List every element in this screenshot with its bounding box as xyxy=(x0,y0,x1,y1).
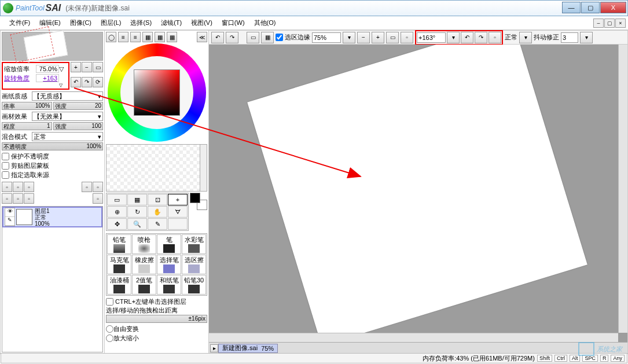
menu-view[interactable]: 视图(V) xyxy=(186,17,217,28)
menu-image[interactable]: 图像(C) xyxy=(65,17,96,28)
tool-zoom[interactable]: ⊕ xyxy=(107,206,127,218)
menu-other[interactable]: 其他(O) xyxy=(249,17,281,28)
opacity-slider[interactable]: 不透明度100% xyxy=(2,142,103,150)
color-sv-square[interactable] xyxy=(134,69,180,116)
material-effect-dropdown[interactable]: 【无效果】▾ xyxy=(32,112,103,121)
nav-rotate-cw-button[interactable]: ↷ xyxy=(82,77,92,87)
window-close-button[interactable]: X xyxy=(600,2,626,13)
tb-mode-dropdown[interactable]: ▾ xyxy=(519,32,532,43)
protect-opacity-check[interactable]: 保护不透明度 xyxy=(2,152,103,161)
paper-bai-slider[interactable]: 倍率100% xyxy=(2,102,52,110)
zoom-value[interactable]: 75.0% xyxy=(36,65,59,73)
new-layer-button[interactable]: ▫ xyxy=(2,182,12,192)
tool-cross[interactable]: ✥ xyxy=(107,218,127,230)
deselect-button[interactable]: ▭ xyxy=(247,32,259,43)
brush-pencil30[interactable]: 铅笔30 xyxy=(182,275,206,295)
brush-washi[interactable]: 和纸笔 xyxy=(157,275,181,295)
layer-thumbnail[interactable] xyxy=(16,209,32,225)
tool-bucket[interactable]: ✎ xyxy=(148,218,167,230)
brush-marker[interactable]: 马克笔 xyxy=(107,255,131,274)
material-qiang-slider[interactable]: 强度100 xyxy=(53,122,104,130)
navigator-thumbnail[interactable] xyxy=(2,32,103,61)
paper-texture-dropdown[interactable]: 【无质感】▾ xyxy=(32,91,103,101)
layer-list[interactable]: 👁✎ 图层1 正常 100% xyxy=(2,206,103,352)
color-rgb-mode-icon[interactable]: ≡ xyxy=(118,32,128,42)
brush-select-pen[interactable]: 选择笔 xyxy=(157,255,181,274)
new-folder-button[interactable]: ▫ xyxy=(24,182,34,192)
ctrl-click-check[interactable]: CTRL+左键单击选择图层 xyxy=(106,297,207,306)
tool-arrows[interactable]: 🔍 xyxy=(127,218,147,230)
paper-qiang-slider[interactable]: 强度20 xyxy=(53,102,104,110)
menu-layer[interactable]: 图层(L) xyxy=(96,17,126,28)
stabilizer-dropdown[interactable]: ▾ xyxy=(580,32,593,43)
merge-down-button[interactable]: ▫ xyxy=(2,193,12,204)
redo-button[interactable]: ↷ xyxy=(226,32,238,43)
menu-select[interactable]: 选择(S) xyxy=(126,17,156,28)
swatch-panel[interactable] xyxy=(106,144,207,192)
nav-fit-button[interactable]: ▭ xyxy=(93,62,103,72)
tool-move[interactable]: + xyxy=(168,194,188,205)
color-scratch-mode-icon[interactable]: ▦ xyxy=(167,32,177,42)
tool-hand[interactable]: ✋ xyxy=(148,206,167,218)
tool-magic-wand[interactable]: ⊡ xyxy=(148,194,167,205)
brush-pencil[interactable]: 铅笔 xyxy=(107,234,131,254)
document-tab[interactable]: 新建图像.sai 75% xyxy=(218,344,278,353)
material-cheng-slider[interactable]: 程度1 xyxy=(2,122,52,130)
brush-select-eraser[interactable]: 选区擦 xyxy=(182,255,206,274)
nav-zoom-out-button[interactable]: − xyxy=(82,62,92,72)
color-swatch-mode-icon[interactable]: ▦ xyxy=(155,32,165,42)
invert-sel-button[interactable]: ▦ xyxy=(261,32,274,43)
rotate-reset-button[interactable]: ▫ xyxy=(489,32,501,43)
nav-rotate-reset-button[interactable]: ⟳ xyxy=(93,77,103,87)
layer-mask-button[interactable]: ▫ xyxy=(82,182,92,192)
zoom-fit-button[interactable]: ▭ xyxy=(386,32,399,43)
brush-binary[interactable]: 2值笔 xyxy=(132,275,156,295)
menu-file[interactable]: 文件(F) xyxy=(5,17,35,28)
canvas-scrollbar-vertical[interactable] xyxy=(618,45,627,333)
clip-mask-check[interactable]: 剪贴图层蒙板 xyxy=(2,161,103,170)
radio-scale[interactable]: 放大缩小 xyxy=(106,333,207,343)
panel-min-icon[interactable]: ≪ xyxy=(197,32,207,42)
tool-rotate[interactable]: ↻ xyxy=(127,206,147,218)
rotate-cw-button[interactable]: ↷ xyxy=(475,32,487,43)
window-maximize-button[interactable]: ▢ xyxy=(581,2,600,13)
fg-bg-colors[interactable] xyxy=(190,193,207,210)
tool-lasso[interactable]: ▦ xyxy=(127,194,147,205)
radio-free-transform[interactable]: 自由变换 xyxy=(106,324,207,333)
stabilizer-input[interactable] xyxy=(561,32,578,43)
color-wheel[interactable] xyxy=(108,43,206,142)
rotate-input[interactable] xyxy=(417,32,446,43)
layer-clear-button[interactable]: ▫ xyxy=(93,182,103,192)
zoom-actual-button[interactable]: ▫ xyxy=(401,32,413,43)
undo-button[interactable]: ↶ xyxy=(211,32,224,43)
panel-close-button[interactable]: × xyxy=(615,19,626,28)
canvas[interactable] xyxy=(209,45,627,342)
tool-eyedrop[interactable]: ᗊ xyxy=(168,206,188,218)
panel-min-button[interactable]: – xyxy=(593,19,604,28)
new-linework-button[interactable]: ▫ xyxy=(13,182,23,192)
select-source-check[interactable]: 指定选取来源 xyxy=(2,170,103,179)
brush-bucket[interactable]: 油漆桶 xyxy=(107,275,131,295)
color-hsv-mode-icon[interactable]: ≡ xyxy=(130,32,141,42)
nav-zoom-in-button[interactable]: + xyxy=(71,62,81,72)
zoom-in-button[interactable]: + xyxy=(372,32,384,43)
window-minimize-button[interactable]: — xyxy=(562,2,581,13)
sel-edge-check[interactable]: 选区边缘 xyxy=(276,33,310,42)
tab-nav-button[interactable]: ▸ xyxy=(210,344,218,352)
color-wheel-mode-icon[interactable]: ◯ xyxy=(106,32,116,42)
nav-rotate-ccw-button[interactable]: ↶ xyxy=(71,77,81,87)
menu-window[interactable]: 窗口(W) xyxy=(217,17,249,28)
zoom-dropdown-button[interactable]: ▾ xyxy=(343,32,355,43)
zoom-input[interactable] xyxy=(312,32,341,43)
drag-detect-slider[interactable]: ±16pix xyxy=(106,315,207,323)
zoom-out-button[interactable]: − xyxy=(357,32,370,43)
layer-row[interactable]: 👁✎ 图层1 正常 100% xyxy=(2,207,102,227)
tool-rect-select[interactable]: ▭ xyxy=(107,194,127,205)
swatch-scrollbar[interactable] xyxy=(200,145,207,191)
brush-airbrush[interactable]: 喷枪 xyxy=(132,234,156,254)
canvas-paper[interactable] xyxy=(247,45,587,342)
menu-edit[interactable]: 编辑(E) xyxy=(35,17,65,28)
color-mixer-mode-icon[interactable]: ▦ xyxy=(142,32,153,42)
rotate-dropdown-button[interactable]: ▾ xyxy=(447,32,460,43)
panel-max-button[interactable]: ▢ xyxy=(604,19,615,28)
